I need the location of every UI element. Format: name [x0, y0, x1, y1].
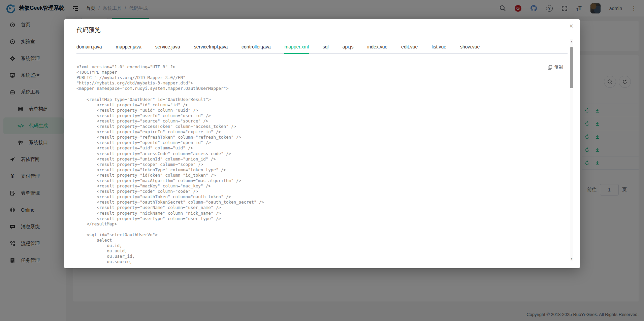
tab-list.vue[interactable]: list.vue: [431, 44, 446, 53]
tab-service.java[interactable]: service.java: [155, 44, 180, 53]
code-scrollbar[interactable]: ▲ ▼: [570, 39, 573, 261]
tab-domain.java[interactable]: domain.java: [76, 44, 102, 53]
code-preview-dialog: 代码预览 × domain.javamapper.javaservice.jav…: [64, 19, 580, 268]
tab-controller.java[interactable]: controller.java: [242, 44, 270, 53]
scroll-up-icon[interactable]: ▲: [570, 40, 573, 43]
scroll-down-icon[interactable]: ▼: [570, 257, 573, 261]
tab-show.vue[interactable]: show.vue: [460, 44, 480, 53]
tab-mapper.java[interactable]: mapper.java: [116, 44, 141, 53]
tab-mapper.xml[interactable]: mapper.xml: [284, 44, 309, 54]
close-icon[interactable]: ×: [569, 23, 573, 29]
dialog-title: 代码预览: [76, 26, 101, 34]
tab-api.js[interactable]: api.js: [343, 44, 354, 53]
scrollbar-thumb[interactable]: [570, 47, 573, 88]
tab-edit.vue[interactable]: edit.vue: [401, 44, 418, 53]
tab-sql[interactable]: sql: [323, 44, 329, 53]
code-content: <?xml version="1.0" encoding="UTF-8" ?> …: [76, 64, 559, 265]
tab-index.vue[interactable]: index.vue: [367, 44, 387, 53]
code-file-tabs: domain.javamapper.javaservice.javaservic…: [76, 44, 568, 54]
tab-serviceImpl.java[interactable]: serviceImpl.java: [194, 44, 228, 53]
